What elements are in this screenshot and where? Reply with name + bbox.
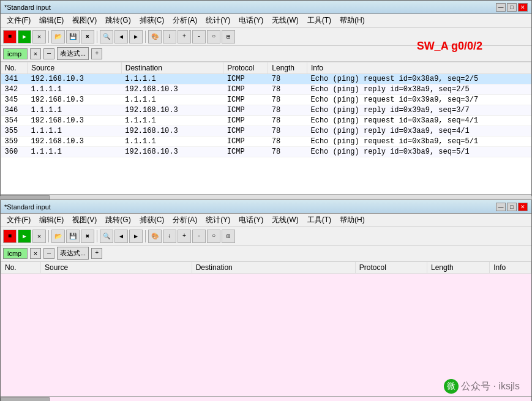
filter-plus-btn-1[interactable]: + <box>91 48 102 59</box>
table-row[interactable]: 341192.168.10.31.1.1.1ICMP78Echo (ping) … <box>1 74 531 84</box>
table-cell: 359 <box>1 137 28 147</box>
menu-edit-1[interactable]: 编辑(E) <box>36 14 67 27</box>
menu-tools-1[interactable]: 工具(T) <box>304 14 335 27</box>
menu-tools-2[interactable]: 工具(T) <box>304 214 335 227</box>
table-cell: Echo (ping) request id=0x38a9, seq=2/5 <box>307 74 531 84</box>
menu-phone-2[interactable]: 电话(Y) <box>235 214 267 227</box>
resize-btn-2[interactable]: ⊞ <box>222 230 235 243</box>
zoom-in-btn-2[interactable]: + <box>178 230 191 243</box>
menu-view-2[interactable]: 视图(V) <box>69 214 100 227</box>
zoom-in-btn-1[interactable]: + <box>178 30 191 43</box>
close-file-btn-2[interactable]: ✖ <box>81 230 94 243</box>
col-proto-1: Protocol <box>223 62 268 74</box>
table-row[interactable]: 3461.1.1.1192.168.10.3ICMP78Echo (ping) … <box>1 105 531 116</box>
autoscroll-btn-1[interactable]: ↓ <box>163 30 176 43</box>
menu-analyze-2[interactable]: 分析(A) <box>169 214 201 227</box>
packet-table-2: No. Source Destination Protocol Length I… <box>1 261 531 274</box>
filter-clear-btn-2[interactable]: ✕ <box>30 248 41 259</box>
filter-expr-btn-2[interactable]: 表达式... <box>57 247 89 260</box>
close-file-btn-1[interactable]: ✖ <box>81 30 94 43</box>
menu-wireless-2[interactable]: 无线(W) <box>268 214 302 227</box>
title-bar-buttons-2: — □ ✕ <box>496 203 528 211</box>
col-len-1: Length <box>268 62 307 74</box>
minimize-button-2[interactable]: — <box>496 203 506 211</box>
close-button-1[interactable]: ✕ <box>518 3 528 12</box>
filter-plus-btn-2[interactable]: + <box>91 248 102 259</box>
table-cell: 192.168.10.3 <box>121 147 223 157</box>
zoom-out-btn-1[interactable]: - <box>192 30 206 43</box>
sep1 <box>48 31 49 43</box>
sep6 <box>145 230 146 242</box>
table-row[interactable]: 354192.168.10.31.1.1.1ICMP78Echo (ping) … <box>1 116 531 126</box>
menu-file-1[interactable]: 文件(F) <box>3 14 34 27</box>
close-cap-btn-1[interactable]: ✕ <box>32 30 46 43</box>
table-cell: Echo (ping) reply id=0x3aa9, seq=4/1 <box>307 126 531 137</box>
save-btn-1[interactable]: 💾 <box>66 30 80 43</box>
zoom-out-btn-2[interactable]: - <box>192 230 206 243</box>
prev-btn-1[interactable]: ◀ <box>114 30 128 43</box>
autoscroll-btn-2[interactable]: ↓ <box>163 230 176 243</box>
stop-btn-1[interactable]: ■ <box>3 30 17 43</box>
zoom-normal-btn-1[interactable]: ○ <box>207 30 220 43</box>
table-cell: 192.168.10.3 <box>28 137 122 147</box>
menu-file-2[interactable]: 文件(F) <box>3 214 34 227</box>
table-row[interactable]: 359192.168.10.31.1.1.1ICMP78Echo (ping) … <box>1 137 531 147</box>
filter-expr-btn-1[interactable]: 表达式... <box>57 47 89 60</box>
filter-nav-btn-1[interactable]: — <box>43 48 54 59</box>
table-cell: 342 <box>1 84 28 95</box>
save-btn-2[interactable]: 💾 <box>66 230 80 243</box>
title-bar-1: *Standard input — □ ✕ <box>1 1 531 14</box>
search-btn-1[interactable]: 🔍 <box>100 30 113 43</box>
open-btn-2[interactable]: 📂 <box>51 230 65 243</box>
close-cap-btn-2[interactable]: ✕ <box>32 230 46 243</box>
menu-analyze-1[interactable]: 分析(A) <box>169 14 201 27</box>
menu-stats-1[interactable]: 统计(Y) <box>202 14 234 27</box>
menu-phone-1[interactable]: 电话(Y) <box>235 14 267 27</box>
menu-goto-1[interactable]: 跳转(G) <box>102 14 134 27</box>
next-btn-2[interactable]: ▶ <box>129 230 143 243</box>
table-row[interactable]: 3421.1.1.1192.168.10.3ICMP78Echo (ping) … <box>1 84 531 95</box>
zoom-normal-btn-2[interactable]: ○ <box>207 230 220 243</box>
prev-btn-2[interactable]: ◀ <box>114 230 128 243</box>
restart-btn-2[interactable]: ▶ <box>18 230 31 243</box>
table-cell: Echo (ping) request id=0x3ba9, seq=5/1 <box>307 137 531 147</box>
resize-btn-1[interactable]: ⊞ <box>222 30 235 43</box>
menu-edit-2[interactable]: 编辑(E) <box>36 214 67 227</box>
table-cell: 192.168.10.3 <box>121 84 223 95</box>
table-cell: 192.168.10.3 <box>28 95 122 105</box>
h-scroll-thumb-2[interactable] <box>1 397 50 402</box>
next-btn-1[interactable]: ▶ <box>129 30 143 43</box>
close-button-2[interactable]: ✕ <box>518 203 528 211</box>
table-row[interactable]: 3601.1.1.1192.168.10.3ICMP78Echo (ping) … <box>1 147 531 157</box>
menu-capture-2[interactable]: 捕获(C) <box>136 214 168 227</box>
toolbar-1: ■ ▶ ✕ 📂 💾 ✖ 🔍 ◀ ▶ 🎨 ↓ + - ○ ⊞ <box>1 28 531 46</box>
stop-btn-2[interactable]: ■ <box>3 230 17 243</box>
menu-capture-1[interactable]: 捕获(C) <box>136 14 168 27</box>
watermark-text: 公众号 · iksjls <box>461 380 520 393</box>
search-btn-2[interactable]: 🔍 <box>100 230 113 243</box>
table-cell: ICMP <box>223 84 268 95</box>
table-row[interactable]: 3551.1.1.1192.168.10.3ICMP78Echo (ping) … <box>1 126 531 137</box>
table-cell: 1.1.1.1 <box>28 84 122 95</box>
table-row[interactable]: 345192.168.10.31.1.1.1ICMP78Echo (ping) … <box>1 95 531 105</box>
maximize-button-2[interactable]: □ <box>507 203 517 211</box>
menu-view-1[interactable]: 视图(V) <box>69 14 100 27</box>
colorize-btn-1[interactable]: 🎨 <box>148 30 162 43</box>
menu-help-2[interactable]: 帮助(H) <box>336 214 369 227</box>
table-header-row-2: No. Source Destination Protocol Length I… <box>1 262 531 274</box>
colorize-btn-2[interactable]: 🎨 <box>148 230 162 243</box>
col-no-2: No. <box>1 262 41 274</box>
menu-stats-2[interactable]: 统计(Y) <box>202 214 234 227</box>
filter-nav-btn-2[interactable]: — <box>43 248 54 259</box>
minimize-button-1[interactable]: — <box>496 3 506 12</box>
maximize-button-1[interactable]: □ <box>507 3 517 12</box>
open-btn-1[interactable]: 📂 <box>51 30 65 43</box>
filter-clear-btn-1[interactable]: ✕ <box>30 48 41 59</box>
title-bar-buttons-1: — □ ✕ <box>496 3 528 12</box>
menu-help-1[interactable]: 帮助(H) <box>336 14 369 27</box>
table-cell: 1.1.1.1 <box>121 116 223 126</box>
restart-btn-1[interactable]: ▶ <box>18 30 31 43</box>
h-scrollbar-2[interactable] <box>1 396 531 401</box>
menu-wireless-1[interactable]: 无线(W) <box>268 14 302 27</box>
menu-goto-2[interactable]: 跳转(G) <box>102 214 134 227</box>
